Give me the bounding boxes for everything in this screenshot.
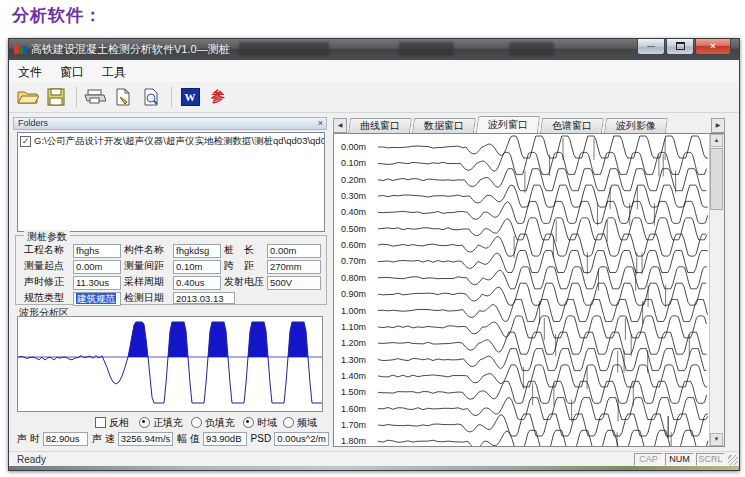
param-field[interactable]: 0.40us [173,276,221,290]
checkbox-checked-icon[interactable]: ✓ [20,136,31,147]
wave-row-label: 1.80m [341,436,377,446]
app-window: 高铁建设混凝土检测分析软件V1.0—测桩 — × 文件窗口工具 [8,38,740,471]
param-field[interactable]: 0.00m [267,244,321,258]
wave-train-panel[interactable]: 0.00m0.10m0.20m0.30m0.40m0.50m0.60m0.70m… [333,133,725,447]
checkbox-icon[interactable] [95,417,106,428]
menu-item-2[interactable]: 工具 [93,60,135,81]
param-field[interactable]: fhgkdsg [173,244,221,258]
wave-row-label: 1.50m [341,387,377,397]
tab-scroll-left-icon[interactable]: ◀ [333,118,347,133]
status-indicator-NUM: NUM [665,453,694,466]
combo-selected-value: 建筑规范 [76,293,116,304]
tab-scroll-right-icon[interactable]: ▶ [711,118,725,133]
print-preview-icon [142,88,160,106]
folder-path: G:\公司产品设计开发\超声仪器\超声仪实地检测数据\测桩qd\qd03\qd0… [34,135,325,148]
param-field[interactable]: 0.10m [173,260,221,274]
tab-strip: ◀ 曲线窗口数据窗口波列窗口色谱窗口波列影像 ▶ [333,117,725,133]
window-frame-bottom [9,466,739,470]
radio-频域[interactable]: 频域 [283,416,317,430]
page: 分析软件： 高铁建设混凝土检测分析软件V1.0—测桩 — × 文件窗口工具 [0,0,745,477]
wave-row-label: 1.60m [341,404,377,414]
wave-row-label: 0.70m [341,256,377,266]
param-label: 检测日期 [124,292,170,306]
readout-value[interactable]: 0.00us^2/m [274,432,329,446]
word-export-button[interactable]: W [177,85,203,110]
param-label: 工程名称 [24,244,70,258]
toolbar: W 参 [9,82,739,113]
main-area: Folders × ✓ G:\公司产品设计开发\超声仪器\超声仪实地检测数据\测… [9,113,739,451]
param-field[interactable]: 2013.03.13 [173,292,235,304]
status-message: Ready [17,453,46,466]
radio-label: 频域 [297,416,317,430]
scrollbar-thumb[interactable] [710,148,723,210]
wave-row-label: 1.30m [341,355,377,365]
folders-close-icon[interactable]: × [318,118,323,129]
params-grid: 工程名称fhghs构件名称fhgkdsg桩 长0.00m测量起点0.00m测量间… [16,236,326,308]
readout-value[interactable]: 93.90dB [203,432,247,446]
param-field[interactable]: 270mm [267,260,321,274]
readout-label: 幅 值 [177,432,200,446]
tab-色谱窗口[interactable]: 色谱窗口 [540,118,604,133]
readout-value[interactable]: 82.90us [43,432,88,446]
pile-params-groupbox: 测桩参数 工程名称fhghs构件名称fhgkdsg桩 长0.00m测量起点0.0… [15,235,327,305]
save-button[interactable] [43,85,69,110]
titlebar-blur [399,42,454,56]
radio-时域[interactable]: 时域 [243,416,277,430]
toolbar-separator [171,87,172,107]
wave-row-label: 1.20m [341,338,377,348]
wave-row-label: 0.40m [341,207,377,217]
radio-icon[interactable] [139,417,150,428]
titlebar-blur [239,42,329,56]
tab-曲线窗口[interactable]: 曲线窗口 [348,118,412,133]
groupbox-title: 测桩参数 [24,230,70,244]
parameters-button[interactable]: 参 [205,85,231,110]
status-indicator-CAP: CAP [634,453,663,466]
tab-数据窗口[interactable]: 数据窗口 [412,118,476,133]
resize-grip[interactable] [728,455,738,465]
close-button[interactable]: × [695,39,731,55]
save-floppy-icon [47,88,65,106]
radio-负填充[interactable]: 负填充 [191,416,235,430]
param-field[interactable]: 0.00m [73,260,121,274]
maximize-button[interactable] [666,39,694,55]
wave-row-label: 0.10m [341,158,377,168]
tab-波列窗口[interactable]: 波列窗口 [476,116,540,133]
vertical-scrollbar[interactable]: ▲ ▼ [709,134,724,446]
wave-row-label: 0.50m [341,224,377,234]
param-label: 桩 长 [224,244,264,258]
page-heading: 分析软件： [12,4,102,27]
param-field[interactable]: 11.30us [73,276,121,290]
tab-波列影像[interactable]: 波列影像 [604,118,668,133]
param-combo[interactable]: 建筑规范 [73,292,121,306]
radio-icon[interactable] [243,417,254,428]
scroll-up-icon[interactable]: ▲ [710,134,723,147]
wave-row-label: 0.80m [341,273,377,283]
scroll-down-icon[interactable]: ▼ [710,433,723,446]
param-field[interactable]: fhghs [73,244,121,258]
open-button[interactable] [15,85,41,110]
preview-button[interactable] [138,85,164,110]
readout-value[interactable]: 3256.94m/s [118,432,174,446]
readout-label: 声 速 [92,432,115,446]
radio-icon[interactable] [283,417,294,428]
wave-row-label: 1.00m [341,306,377,316]
readout-label: PSD [251,433,272,444]
minimize-button[interactable]: — [637,39,665,55]
param-field[interactable]: 500V [267,276,321,290]
menu-bar: 文件窗口工具 [9,60,739,83]
folders-pane-header[interactable]: Folders × [13,117,327,130]
title-bar[interactable]: 高铁建设混凝土检测分析软件V1.0—测桩 — × [9,39,739,60]
tab-label: 曲线窗口 [360,119,400,133]
status-bar: Ready CAPNUMSCRL [9,451,739,467]
menu-item-0[interactable]: 文件 [9,60,51,81]
menu-item-1[interactable]: 窗口 [51,60,93,81]
status-indicator-SCRL: SCRL [696,453,725,466]
print-button[interactable] [82,85,108,110]
radio-icon[interactable] [191,417,202,428]
export-button[interactable] [110,85,136,110]
radio-正填充[interactable]: 正填充 [139,416,183,430]
invert-checkbox[interactable]: 反相 [95,416,129,430]
wave-row-label: 0.00m [341,142,377,152]
list-item[interactable]: ✓ G:\公司产品设计开发\超声仪器\超声仪实地检测数据\测桩qd\qd03\q… [18,133,324,150]
waveform-analysis-chart[interactable] [17,316,323,412]
